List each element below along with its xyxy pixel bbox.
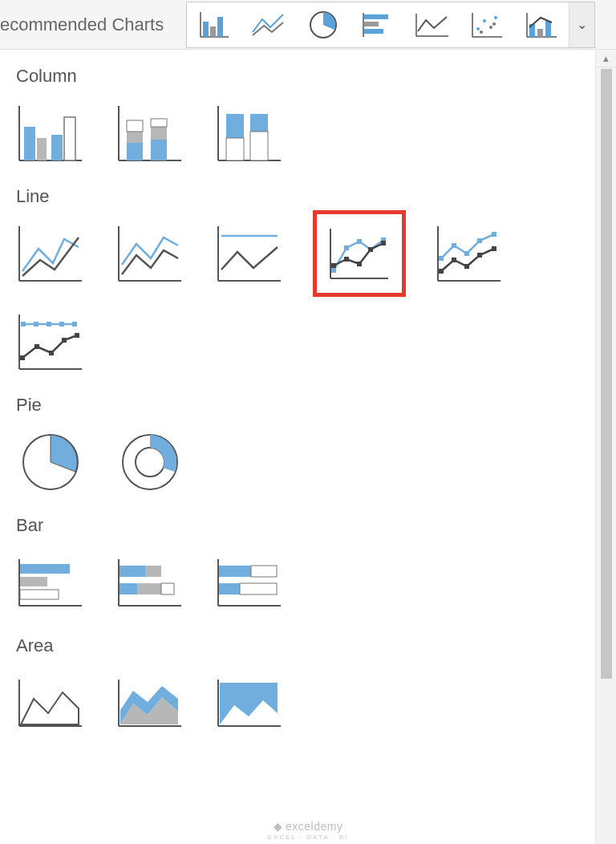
chart-gallery-panel: Column [0,50,595,844]
svg-rect-27 [24,127,35,160]
svg-rect-4 [217,17,223,37]
svg-rect-61 [357,262,362,266]
scatter-chart-dropdown-icon[interactable] [460,2,514,47]
svg-rect-85 [34,344,39,349]
100-stacked-line-thumb[interactable] [213,221,286,286]
svg-rect-71 [439,269,444,274]
svg-rect-102 [137,583,161,594]
stacked-line-thumb[interactable] [114,221,186,286]
column-chart-dropdown-icon[interactable] [187,2,241,47]
doughnut-thumb[interactable] [114,430,186,494]
pie-chart-dropdown-icon[interactable] [296,2,351,47]
svg-rect-96 [20,590,59,599]
svg-rect-109 [240,583,277,594]
pie-thumb[interactable] [14,430,87,494]
scroll-thumb[interactable] [601,69,612,679]
svg-rect-35 [127,120,143,132]
section-title-area: Area [16,635,581,656]
chart-gallery-expand-chevron[interactable]: ⌄ [569,2,594,47]
svg-rect-28 [37,138,47,160]
clustered-column-thumb[interactable] [14,101,87,165]
svg-rect-8 [364,22,379,26]
scroll-up-arrow-icon[interactable]: ▲ [596,50,616,67]
section-title-column: Column [16,66,581,87]
stacked-line-with-markers-thumb[interactable] [433,221,505,286]
svg-rect-44 [250,132,268,160]
svg-rect-81 [47,322,51,327]
line-with-markers-thumb[interactable] [313,210,406,297]
svg-rect-56 [357,239,362,244]
area-thumb[interactable] [14,671,87,735]
line-thumb[interactable] [14,221,87,286]
area-chart-dropdown-icon[interactable] [405,2,460,47]
svg-rect-63 [381,241,386,245]
section-title-bar: Bar [16,515,581,536]
svg-rect-38 [151,119,167,127]
svg-rect-95 [20,577,47,586]
svg-rect-7 [364,14,388,19]
svg-rect-69 [477,238,482,243]
bar-chart-row [14,550,581,615]
svg-rect-42 [226,138,244,160]
svg-point-14 [476,27,480,30]
area-chart-row [14,671,581,735]
100-stacked-area-thumb[interactable] [213,671,286,735]
svg-rect-108 [219,583,240,594]
bar-chart-dropdown-icon[interactable] [351,2,405,47]
svg-rect-106 [219,566,251,577]
clustered-bar-thumb[interactable] [14,550,87,615]
svg-rect-86 [49,351,54,355]
svg-rect-62 [368,247,373,252]
svg-rect-82 [59,322,64,327]
svg-rect-54 [331,268,336,273]
svg-rect-79 [21,322,26,327]
gallery-scrollbar[interactable]: ▲ [595,50,616,844]
svg-rect-37 [151,127,167,140]
svg-rect-80 [34,322,38,327]
svg-point-18 [480,30,483,34]
svg-rect-107 [251,566,277,577]
svg-rect-84 [20,355,25,360]
stacked-column-thumb[interactable] [114,101,186,165]
svg-rect-60 [344,257,349,262]
svg-rect-72 [452,258,456,262]
column-chart-row [14,101,581,165]
svg-rect-36 [151,140,167,160]
svg-rect-88 [75,333,79,338]
svg-rect-34 [127,132,143,143]
svg-rect-73 [464,264,469,269]
stacked-bar-thumb[interactable] [114,550,186,615]
svg-point-15 [483,19,486,22]
svg-rect-59 [331,263,336,268]
svg-rect-30 [64,117,75,160]
combo-chart-dropdown-icon[interactable] [514,2,569,47]
100-stacked-bar-thumb[interactable] [213,550,286,615]
section-title-pie: Pie [16,395,581,416]
svg-rect-87 [62,338,67,343]
chevron-down-icon: ⌄ [577,17,587,32]
svg-rect-29 [51,135,63,160]
svg-rect-99 [120,566,145,577]
line-chart-dropdown-icon[interactable] [241,2,296,47]
svg-rect-75 [492,246,496,251]
ribbon-charts-group: ecommended Charts [0,0,616,50]
svg-rect-74 [477,253,482,258]
svg-rect-68 [464,251,469,256]
svg-rect-23 [537,29,543,37]
svg-marker-112 [21,692,79,724]
100-stacked-line-with-markers-thumb[interactable] [14,310,87,374]
100-stacked-column-thumb[interactable] [213,101,286,165]
svg-point-19 [492,22,496,26]
svg-rect-33 [127,143,143,160]
svg-rect-9 [364,29,383,34]
svg-rect-94 [20,564,70,574]
svg-rect-103 [161,583,174,594]
stacked-area-thumb[interactable] [114,671,186,735]
svg-point-16 [489,26,492,29]
svg-rect-41 [226,114,244,138]
line-chart-row [14,221,581,374]
svg-point-17 [494,16,497,19]
recommended-charts-button[interactable]: ecommended Charts [0,14,175,35]
svg-rect-66 [439,256,444,261]
svg-rect-2 [203,22,209,37]
